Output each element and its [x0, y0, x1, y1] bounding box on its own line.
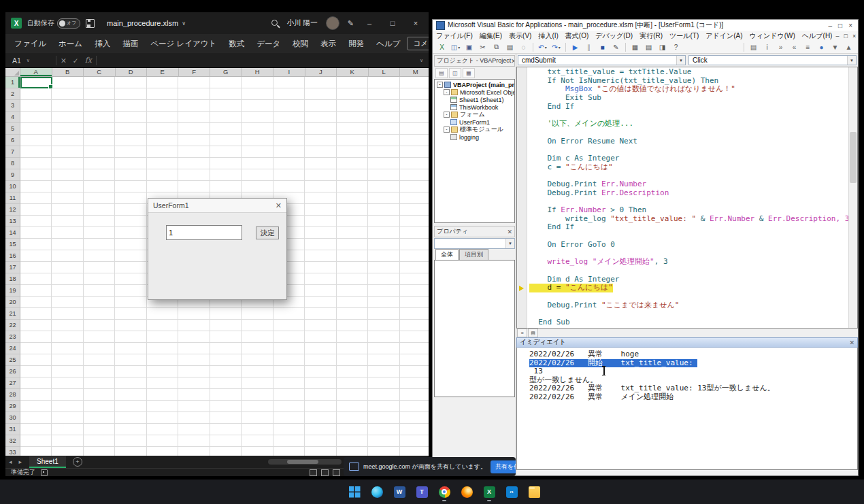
- taskbar-icon-word[interactable]: W: [391, 482, 408, 502]
- run-icon[interactable]: ▶: [569, 41, 582, 52]
- code-line-21[interactable]: On Error GoTo 0: [529, 241, 849, 250]
- close-button[interactable]: ×: [408, 19, 423, 27]
- insert-function-icon[interactable]: fx: [85, 56, 92, 65]
- row-header-13[interactable]: 13: [5, 216, 20, 227]
- cancel-icon[interactable]: ✕: [61, 56, 67, 65]
- page-break-view-icon[interactable]: [333, 469, 340, 476]
- project-explorer-icon[interactable]: ▦: [629, 41, 642, 52]
- expand-formula-bar-icon[interactable]: ∨: [414, 58, 429, 63]
- column-header-J[interactable]: J: [305, 68, 337, 77]
- ribbon-tab-1[interactable]: ホーム: [52, 36, 88, 52]
- column-header-H[interactable]: H: [242, 68, 274, 77]
- row-header-25[interactable]: 25: [5, 354, 20, 366]
- row-header-27[interactable]: 27: [5, 377, 20, 389]
- code-line-26[interactable]: d = "こんにちは": [529, 284, 849, 292]
- tree-item-6[interactable]: -標準モジュール: [435, 126, 514, 133]
- row-header-32[interactable]: 32: [5, 435, 20, 447]
- collapse-icon[interactable]: -: [444, 112, 450, 118]
- restore-button[interactable]: □: [385, 19, 400, 27]
- maximize-button[interactable]: □: [838, 22, 842, 29]
- taskbar-icon-firefox[interactable]: [458, 482, 476, 502]
- immediate-window-header[interactable]: イミディエイト ✕: [516, 337, 858, 348]
- row-header-9[interactable]: 9: [5, 169, 20, 181]
- horizontal-scrollbar[interactable]: [268, 459, 342, 465]
- column-header-L[interactable]: L: [369, 68, 401, 77]
- help-icon[interactable]: ?: [669, 41, 682, 52]
- quick-info-icon[interactable]: i: [761, 41, 774, 52]
- formula-input[interactable]: [101, 53, 414, 67]
- ribbon-tab-3[interactable]: 描画: [116, 36, 144, 52]
- collapse-icon[interactable]: -: [444, 127, 450, 133]
- menu-item-2[interactable]: 表示(V): [505, 31, 535, 41]
- minimize-button[interactable]: –: [829, 22, 833, 29]
- code-line-4[interactable]: Exit Sub: [529, 94, 849, 103]
- view-code-icon[interactable]: ▤: [435, 68, 448, 78]
- next-sheet-icon[interactable]: ▸: [16, 458, 26, 465]
- scrollbar-thumb[interactable]: [850, 132, 857, 183]
- view-excel-icon[interactable]: X: [435, 41, 448, 52]
- column-header-C[interactable]: C: [84, 68, 116, 77]
- close-icon[interactable]: ✕: [276, 201, 282, 210]
- tab-alphabetic[interactable]: 全体: [435, 249, 459, 260]
- code-line-12[interactable]: c = "こんにちは": [529, 163, 849, 172]
- column-header-D[interactable]: D: [116, 68, 148, 77]
- row-header-16[interactable]: 16: [5, 250, 20, 262]
- code-editor[interactable]: txt_title_value = txtTitle.Value If Not …: [516, 67, 858, 329]
- object-browser-icon[interactable]: ◨: [656, 41, 669, 52]
- immediate-window[interactable]: 2022/02/26 異常 hoge2022/02/26 開始 txt_titl…: [516, 348, 858, 470]
- row-header-17[interactable]: 17: [5, 262, 20, 273]
- taskbar-icon-edge[interactable]: [368, 482, 386, 502]
- document-title[interactable]: main_procedure.xlsm ∨: [107, 19, 186, 27]
- ribbon-tab-0[interactable]: ファイル: [8, 36, 52, 52]
- menu-item-1[interactable]: 編集(E): [476, 31, 505, 41]
- column-header-I[interactable]: I: [273, 68, 305, 77]
- ribbon-tab-6[interactable]: データ: [250, 36, 286, 52]
- chevron-down-icon[interactable]: ▼: [676, 56, 685, 65]
- find-icon[interactable]: ◌: [517, 41, 530, 52]
- design-mode-icon[interactable]: ✎: [610, 41, 622, 52]
- column-header-F[interactable]: F: [179, 68, 211, 77]
- row-header-4[interactable]: 4: [5, 112, 20, 123]
- column-header-G[interactable]: G: [210, 68, 242, 77]
- full-module-view-button[interactable]: ▤: [528, 329, 538, 337]
- row-header-29[interactable]: 29: [5, 401, 20, 412]
- row-header-23[interactable]: 23: [5, 331, 20, 343]
- column-header-E[interactable]: E: [147, 68, 179, 77]
- enter-icon[interactable]: ✓: [73, 56, 79, 65]
- row-header-31[interactable]: 31: [5, 424, 20, 435]
- save-icon[interactable]: ▣: [463, 41, 476, 52]
- code-line-30[interactable]: End Sub: [529, 318, 849, 327]
- submit-button[interactable]: 決定: [256, 226, 279, 239]
- userform-titlebar[interactable]: UserForm1 ✕: [148, 199, 286, 213]
- sheet-tab[interactable]: Sheet1: [29, 456, 66, 468]
- row-header-1[interactable]: 1: [5, 77, 20, 88]
- code-line-19[interactable]: End If: [529, 223, 849, 232]
- column-header-B[interactable]: B: [52, 68, 84, 77]
- stop-sharing-button[interactable]: 共有を停止: [491, 460, 516, 473]
- normal-view-icon[interactable]: [310, 469, 317, 476]
- menu-item-0[interactable]: ファイル(F): [433, 31, 476, 41]
- chevron-down-icon[interactable]: ▼: [847, 56, 856, 65]
- menu-item-9[interactable]: ウィンドウ(W): [746, 31, 799, 41]
- row-header-20[interactable]: 20: [5, 297, 20, 308]
- tree-item-0[interactable]: -VBAProject (main_proc: [435, 81, 514, 88]
- insert-userform-icon[interactable]: ◫▾: [449, 41, 462, 52]
- undo-icon[interactable]: ↶▾: [536, 41, 549, 52]
- object-dropdown[interactable]: cmdSubmit ▼: [518, 55, 686, 65]
- tree-item-7[interactable]: logging: [435, 133, 514, 141]
- immediate-line-1[interactable]: 2022/02/26 異常 hoge: [517, 350, 857, 359]
- comment-block-icon[interactable]: ≡: [801, 41, 814, 52]
- row-header-30[interactable]: 30: [5, 412, 20, 424]
- code-line-18[interactable]: write_log "txt_title_value: " & Err.Numb…: [529, 215, 849, 224]
- add-sheet-button[interactable]: +: [73, 457, 82, 467]
- code-line-5[interactable]: End If: [529, 103, 849, 112]
- autosave-toggle[interactable]: 自動保存 オフ: [27, 18, 80, 29]
- event-dropdown[interactable]: Click ▼: [688, 55, 857, 65]
- properties-list[interactable]: [434, 260, 515, 397]
- row-header-11[interactable]: 11: [5, 192, 20, 204]
- break-icon[interactable]: ∥: [582, 41, 595, 52]
- row-header-26[interactable]: 26: [5, 366, 20, 377]
- view-object-icon[interactable]: ◫: [449, 68, 461, 78]
- userform-textbox[interactable]: 1: [166, 225, 242, 240]
- row-header-19[interactable]: 19: [5, 285, 20, 297]
